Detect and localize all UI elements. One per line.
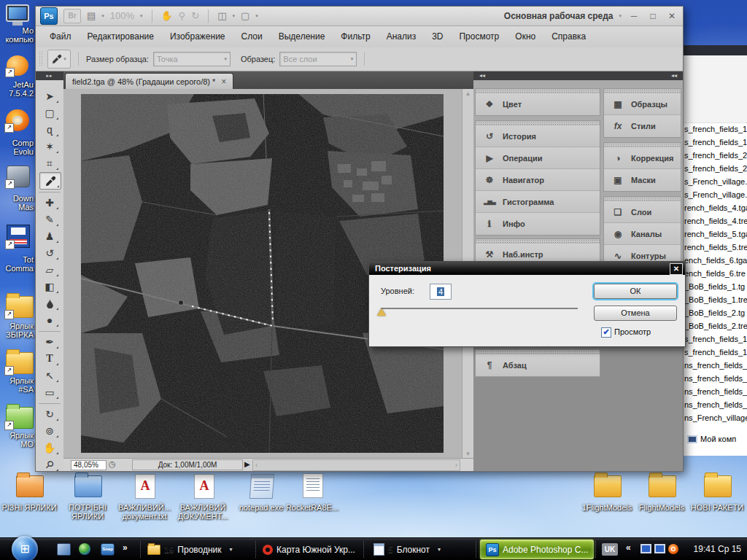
crop-tool[interactable]: ⌗: [39, 155, 60, 171]
document-size-status[interactable]: Док: 1,00M/1,00M: [132, 459, 243, 470]
background-file-window[interactable]: s_french_fields_1.t s_french_fields_1.t …: [682, 45, 747, 456]
desktop-icon-folder-mo[interactable]: ↗: [6, 407, 34, 429]
eyedropper-tool[interactable]: [39, 172, 61, 190]
file-row[interactable]: s_french_fields_1.t: [684, 122, 747, 136]
desktop-icon-document-2[interactable]: A: [194, 474, 214, 499]
file-row[interactable]: s_french_fields_2.t: [684, 149, 747, 162]
quicklaunch-overflow-chevron[interactable]: »: [123, 542, 128, 553]
file-row[interactable]: ns_french_fields_3: [684, 398, 747, 411]
tab-close-icon[interactable]: ×: [221, 77, 226, 87]
desktop-icon-total-commander[interactable]: ↗: [7, 225, 30, 248]
desktop-icon-comp-evolution[interactable]: ↗: [6, 109, 29, 131]
file-row[interactable]: s_French_village.tr: [684, 188, 747, 201]
cancel-button[interactable]: Отмена: [594, 306, 677, 321]
panel-button-masks[interactable]: ▣Маски: [604, 169, 681, 191]
tray-opera-icon[interactable]: O: [668, 544, 678, 554]
menu-file[interactable]: Файл: [42, 26, 80, 47]
chevron-down-icon[interactable]: ▾: [140, 13, 143, 19]
panel-button-paragraph[interactable]: ¶Абзац: [476, 354, 600, 376]
chevron-down-icon[interactable]: ▾: [255, 13, 258, 19]
tray-network-icon[interactable]: [640, 544, 651, 553]
file-row[interactable]: ns_french_fields_2: [684, 359, 747, 372]
menu-image[interactable]: Изображение: [162, 26, 233, 47]
desktop-icon-notepad-exe[interactable]: [250, 474, 274, 499]
menu-filter[interactable]: Фильтр: [333, 26, 378, 47]
panel-button-histogram[interactable]: ▂▅▃Гистограмма: [476, 191, 600, 213]
scroll-up-icon[interactable]: ▲: [462, 90, 473, 97]
file-row[interactable]: s_french_fields_2.t: [684, 162, 747, 175]
dialog-title[interactable]: Постеризация: [369, 262, 685, 275]
brush-tool[interactable]: ✎: [39, 211, 60, 228]
dialog-close-button[interactable]: ✕: [670, 263, 683, 275]
file-row[interactable]: ench_fields_6.tga: [684, 254, 747, 267]
file-row[interactable]: ns_French_village.t: [684, 411, 747, 424]
file-row[interactable]: ench_fields_6.tre: [684, 267, 746, 280]
file-row[interactable]: s_french_fields_1: [684, 332, 747, 346]
desktop-icon-rocket-file[interactable]: [303, 473, 323, 498]
desktop-icon-jetaudio[interactable]: ↗: [7, 55, 28, 76]
taskbar-button-notepad[interactable]: 5 Блокнот ▾: [374, 540, 441, 559]
panel-button-history[interactable]: ↺История: [476, 125, 600, 147]
maximize-button[interactable]: □: [646, 11, 659, 21]
file-row[interactable]: s_french_fields_1: [684, 346, 747, 359]
file-row[interactable]: ns_french_fields_3: [684, 385, 747, 398]
file-row[interactable]: rench_fields_5.tre: [684, 241, 747, 254]
file-row[interactable]: rench_fields_4.tre: [684, 214, 747, 228]
view-extras-icon[interactable]: ▤: [87, 9, 96, 23]
panel-button-color[interactable]: ❖Цвет: [476, 93, 600, 115]
scroll-left-icon[interactable]: ‹: [255, 460, 258, 470]
chevron-down-icon[interactable]: ▾: [619, 13, 622, 19]
levels-slider-thumb[interactable]: [377, 308, 386, 316]
status-clock-icon[interactable]: ◷: [109, 459, 116, 469]
minimize-button[interactable]: ─: [627, 11, 640, 21]
levels-slider-track[interactable]: [381, 308, 578, 309]
panel-button-info[interactable]: ℹИнфо: [476, 213, 600, 235]
drag-grip[interactable]: [39, 51, 43, 67]
file-row[interactable]: _BoB_fields_1.tg: [684, 280, 745, 293]
desktop-icon-folder-zbirka[interactable]: ↗: [6, 296, 34, 318]
sample-size-dropdown[interactable]: Точка ▾: [153, 52, 231, 66]
scroll-down-icon[interactable]: ▼: [462, 451, 473, 457]
desktop-icon-potribni-yarlyky[interactable]: [74, 475, 102, 497]
ok-button[interactable]: ОК: [594, 284, 677, 299]
history-brush-tool[interactable]: ↺: [39, 245, 60, 261]
panel-button-swatches[interactable]: ▦Образцы: [604, 93, 681, 115]
lasso-tool[interactable]: ɋ: [39, 122, 60, 138]
start-button[interactable]: ⊞: [12, 536, 38, 560]
file-row[interactable]: ns_french_fields_2: [684, 372, 747, 385]
file-row[interactable]: rench_fields_4.tga: [684, 201, 747, 214]
file-row[interactable]: _BoB_fields_1.tre: [684, 293, 747, 306]
workspace-switcher[interactable]: Основная рабочая среда: [504, 11, 614, 21]
menu-window[interactable]: Окно: [507, 26, 543, 47]
desktop-icon-my-computer[interactable]: [6, 4, 29, 22]
panel-button-navigator[interactable]: ☸Навигатор: [476, 169, 600, 191]
menu-3d[interactable]: 3D: [424, 26, 451, 47]
desktop-icon-folder-sa[interactable]: ↗: [6, 352, 34, 374]
tray-collapse-chevron[interactable]: «: [626, 542, 631, 553]
move-tool[interactable]: ➤: [39, 88, 60, 104]
internet-globe-icon[interactable]: [79, 543, 90, 555]
file-row[interactable]: s_French_village.tg: [684, 175, 747, 188]
panel-button-adjustments[interactable]: ◑Коррекция: [604, 147, 681, 169]
sample-dropdown[interactable]: Все слои ▾: [279, 52, 357, 66]
desktop-icon-novi-rakety[interactable]: [704, 475, 732, 497]
marquee-tool[interactable]: ▢: [39, 105, 60, 121]
taskbar-button-explorer[interactable]: 19 Проводник ▾: [147, 540, 233, 559]
taskbar-button-photoshop[interactable]: Ps Adobe Photoshop C...: [480, 540, 594, 559]
menu-help[interactable]: Справка: [543, 26, 594, 47]
dock-collapse-left[interactable]: ◂◂: [473, 71, 606, 80]
screen-mode-icon[interactable]: ▢: [241, 9, 249, 23]
gradient-tool[interactable]: ◧: [39, 279, 60, 295]
path-select-tool[interactable]: ↖: [39, 368, 60, 384]
horizontal-scrollbar[interactable]: ‹ ›: [252, 459, 460, 471]
eraser-tool[interactable]: ▱: [39, 262, 60, 278]
document-tab[interactable]: field2.tga @ 48% (Градации серого/8) * ×: [65, 73, 233, 90]
desktop-icon-flightmodels[interactable]: [649, 475, 676, 497]
panel-button-layers[interactable]: ❏Слои: [604, 201, 681, 223]
file-row[interactable]: _BoB_fields_2.tre: [684, 319, 747, 332]
zoom-tool[interactable]: ⚲: [39, 456, 60, 472]
chevron-down-icon[interactable]: ▾: [233, 13, 236, 19]
file-row[interactable]: s_french_fields_1.t: [684, 136, 747, 149]
menu-layers[interactable]: Слои: [233, 26, 271, 47]
zoom-percent-field[interactable]: 48,05%: [71, 460, 107, 470]
